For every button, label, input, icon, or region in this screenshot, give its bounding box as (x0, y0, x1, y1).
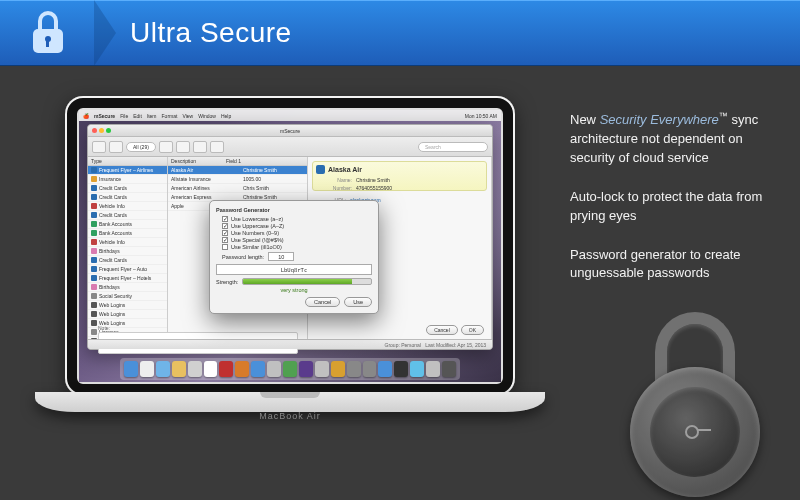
strength-meter (242, 278, 372, 285)
laptop-screen: 🍎 mSecure File Edit Item Format View Win… (79, 110, 501, 382)
close-icon[interactable] (92, 128, 97, 133)
dock-app-icon[interactable] (378, 361, 392, 377)
macos-menubar[interactable]: 🍎 mSecure File Edit Item Format View Win… (79, 110, 501, 121)
macos-dock[interactable] (120, 358, 460, 380)
type-row[interactable]: Vehicle Info (88, 202, 167, 211)
combination-lock-icon (620, 312, 770, 482)
type-row[interactable]: Web Logins (88, 301, 167, 310)
pwdgen-cancel-button[interactable]: Cancel (305, 297, 340, 307)
toolbar-share-button[interactable] (210, 141, 224, 153)
menubar-app[interactable]: mSecure (94, 113, 115, 119)
dock-app-icon[interactable] (331, 361, 345, 377)
dock-app-icon[interactable] (363, 361, 377, 377)
password-generator-dialog: Password Generator Use Lowercase (a–z) U… (209, 200, 379, 314)
search-input[interactable]: Search (418, 142, 488, 152)
dock-app-icon[interactable] (426, 361, 440, 377)
type-row[interactable]: Frequent Flyer – Airlines (88, 166, 167, 175)
dock-app-icon[interactable] (140, 361, 154, 377)
type-row[interactable]: Credit Cards (88, 184, 167, 193)
pwdgen-use-button[interactable]: Use (344, 297, 372, 307)
toolbar-edit-button[interactable] (176, 141, 190, 153)
dock-app-icon[interactable] (283, 361, 297, 377)
type-row[interactable]: Bank Accounts (88, 220, 167, 229)
menubar-file[interactable]: File (120, 113, 128, 119)
menubar-format[interactable]: Format (162, 113, 178, 119)
menubar-window[interactable]: Window (198, 113, 216, 119)
type-row[interactable]: Bank Accounts (88, 229, 167, 238)
type-icon (91, 185, 97, 191)
type-icon (91, 329, 97, 335)
dock-app-icon[interactable] (299, 361, 313, 377)
menubar-item[interactable]: Item (147, 113, 157, 119)
type-icon (91, 248, 97, 254)
type-icon (91, 176, 97, 182)
dock-app-icon[interactable] (219, 361, 233, 377)
similar-checkbox[interactable] (222, 244, 228, 250)
menubar-help[interactable]: Help (221, 113, 231, 119)
banner-title: Ultra Secure (130, 17, 292, 49)
type-row[interactable]: Birthdays (88, 247, 167, 256)
type-column: Type Frequent Flyer – AirlinesInsuranceC… (88, 157, 168, 339)
apple-menu-icon[interactable]: 🍎 (83, 113, 89, 119)
dock-app-icon[interactable] (156, 361, 170, 377)
dock-app-icon[interactable] (410, 361, 424, 377)
type-row[interactable]: Credit Cards (88, 211, 167, 220)
desc-header[interactable]: Description (171, 157, 196, 165)
type-row[interactable]: Birthdays (88, 283, 167, 292)
dock-app-icon[interactable] (251, 361, 265, 377)
strength-verdict: very strong (216, 287, 372, 293)
dock-app-icon[interactable] (315, 361, 329, 377)
field1-header[interactable]: Field 1 (226, 157, 241, 165)
length-stepper[interactable]: 10 (268, 252, 294, 261)
filter-pill[interactable]: All (29) (126, 142, 156, 152)
dock-app-icon[interactable] (235, 361, 249, 377)
minimize-icon[interactable] (99, 128, 104, 133)
toolbar-add-button[interactable] (159, 141, 173, 153)
toolbar-delete-button[interactable] (193, 141, 207, 153)
detail-title: Alaska Air (328, 166, 362, 173)
record-ok-button[interactable]: OK (461, 325, 484, 335)
type-icon (91, 230, 97, 236)
generated-password-field[interactable]: LbUq8rTc (216, 264, 372, 275)
record-row[interactable]: Alaska AirChristine Smith (168, 166, 307, 175)
window-titlebar[interactable]: mSecure (88, 125, 492, 137)
record-row[interactable]: American AirlinesChris Smith (168, 184, 307, 193)
dock-app-icon[interactable] (204, 361, 218, 377)
toolbar-sync-button[interactable] (109, 141, 123, 153)
dock-app-icon[interactable] (172, 361, 186, 377)
dock-app-icon[interactable] (394, 361, 408, 377)
menubar-edit[interactable]: Edit (133, 113, 142, 119)
type-icon (91, 266, 97, 272)
type-row[interactable]: Vehicle Info (88, 238, 167, 247)
feature-sync: New Security Everywhere™ sync architectu… (570, 110, 780, 168)
type-icon (91, 221, 97, 227)
type-row[interactable]: Frequent Flyer – Auto (88, 265, 167, 274)
dock-app-icon[interactable] (124, 361, 138, 377)
window-title: mSecure (280, 128, 300, 134)
type-row[interactable]: Credit Cards (88, 256, 167, 265)
dock-app-icon[interactable] (442, 361, 456, 377)
record-row[interactable]: Allstate Insurance1005.00 (168, 175, 307, 184)
type-row[interactable]: Insurance (88, 175, 167, 184)
type-row[interactable]: Credit Cards (88, 193, 167, 202)
special-checkbox[interactable] (222, 237, 228, 243)
type-icon (91, 257, 97, 263)
type-row[interactable]: Social Security (88, 292, 167, 301)
type-icon (91, 167, 97, 173)
menubar-view[interactable]: View (182, 113, 193, 119)
zoom-icon[interactable] (106, 128, 111, 133)
dock-app-icon[interactable] (188, 361, 202, 377)
type-header[interactable]: Type (91, 157, 102, 165)
type-row[interactable]: Web Logins (88, 310, 167, 319)
record-cancel-button[interactable]: Cancel (426, 325, 458, 335)
toolbar-lock-button[interactable] (92, 141, 106, 153)
type-icon (91, 194, 97, 200)
laptop-brand: MacBook Air (35, 411, 545, 421)
detail-number: 4764055155900 (356, 185, 392, 191)
dock-app-icon[interactable] (347, 361, 361, 377)
app-toolbar: All (29) Search (88, 137, 492, 157)
dialog-title: Password Generator (216, 207, 372, 213)
detail-name: Christine Smith (356, 177, 390, 183)
dock-app-icon[interactable] (267, 361, 281, 377)
type-row[interactable]: Frequent Flyer – Hotels (88, 274, 167, 283)
